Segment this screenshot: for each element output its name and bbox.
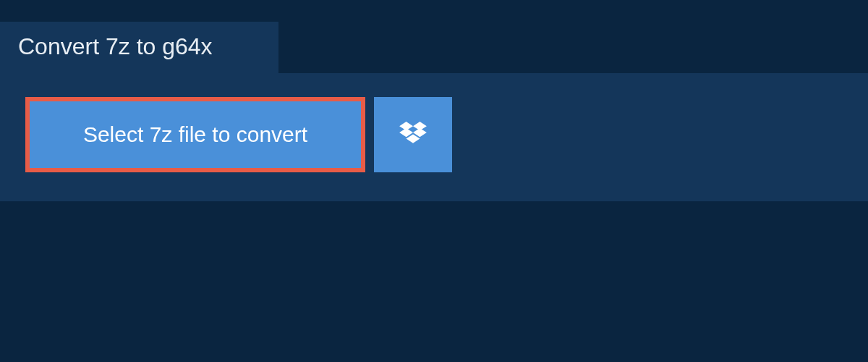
tab-label: Convert 7z to g64x [18,33,213,59]
tab-convert[interactable]: Convert 7z to g64x [0,22,278,73]
button-row: Select 7z file to convert [25,97,843,172]
convert-panel: Select 7z file to convert [0,73,868,201]
dropbox-icon [399,122,427,148]
dropbox-button[interactable] [374,97,452,172]
select-file-button[interactable]: Select 7z file to convert [25,97,365,172]
select-file-button-label: Select 7z file to convert [83,122,307,147]
